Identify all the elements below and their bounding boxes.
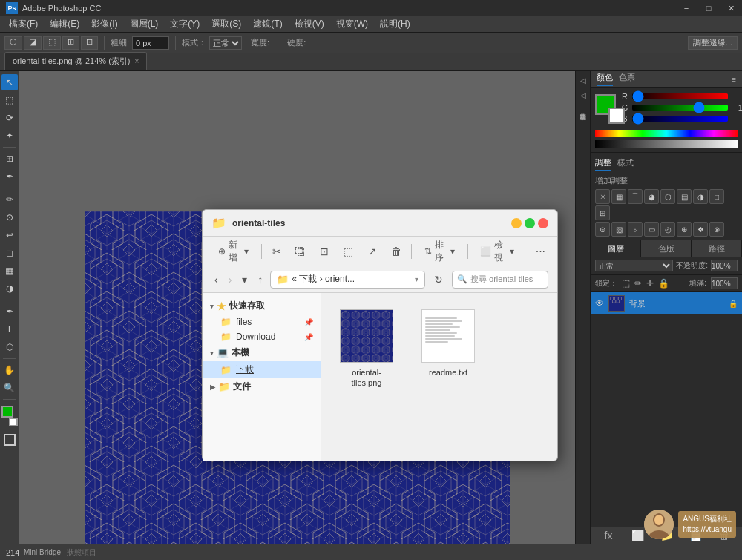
tool-history[interactable]: ↩	[1, 227, 18, 243]
back-btn[interactable]: ‹	[211, 272, 221, 287]
paste-btn[interactable]: ⊡	[315, 241, 333, 262]
menu-help[interactable]: 說明(H)	[374, 16, 416, 32]
tool-stamp[interactable]: ⊙	[1, 209, 18, 225]
bg-color-swatch[interactable]	[9, 418, 18, 426]
tool-hand[interactable]: ✋	[1, 362, 18, 378]
channels-tab[interactable]: 色版	[641, 240, 692, 257]
g-slider[interactable]	[632, 105, 728, 111]
view-btn[interactable]: ⬜ 檢視 ▾	[473, 241, 520, 262]
bw-bar[interactable]	[595, 140, 738, 148]
tool-magic-wand[interactable]: ✦	[1, 128, 18, 144]
toolbar-btn-5[interactable]: ⊡	[81, 36, 98, 50]
cb-icon[interactable]: ◑	[693, 189, 708, 204]
menu-file[interactable]: 檔案(F)	[3, 16, 44, 32]
file-item-readme[interactable]: readme.txt	[415, 305, 482, 393]
quick-access-header[interactable]: ▾ ★ 快速存取	[203, 297, 321, 314]
adj-icon7[interactable]: ❖	[693, 222, 708, 237]
menu-view[interactable]: 檢視(V)	[289, 16, 330, 32]
nav-files[interactable]: 📁 files 📌	[203, 314, 321, 329]
blend-mode-select[interactable]: 正常	[595, 260, 673, 271]
cut-btn[interactable]: ✂	[268, 241, 286, 262]
close-button[interactable]: ✕	[720, 0, 742, 16]
menu-text[interactable]: 文字(Y)	[164, 16, 206, 32]
bg-swatch[interactable]	[608, 108, 625, 124]
tool-crop[interactable]: ⊞	[1, 151, 18, 167]
this-pc-header[interactable]: ▾ 💻 本機	[203, 344, 321, 361]
opacity-input[interactable]	[711, 260, 738, 271]
new-btn[interactable]: ⊕ 新增 ▾	[211, 241, 255, 262]
panel-menu-icon[interactable]: ≡	[732, 75, 736, 84]
brightness-icon[interactable]: ☀	[595, 189, 610, 204]
menu-image[interactable]: 影像(I)	[85, 16, 123, 32]
rename-btn[interactable]: ⬚	[339, 241, 357, 262]
explorer-maximize-btn[interactable]: □	[525, 218, 535, 228]
style-tab[interactable]: 樣式	[617, 157, 634, 171]
tool-move[interactable]: ↖	[1, 74, 18, 90]
toolbar-btn-2[interactable]: ◪	[24, 36, 42, 50]
adj-icon6[interactable]: ⊕	[677, 222, 692, 237]
curves-icon[interactable]: ⌒	[628, 189, 643, 204]
delete-btn[interactable]: 🗑	[387, 241, 405, 262]
toolbar-btn-4[interactable]: ⊞	[62, 36, 79, 50]
nav-download[interactable]: 📁 Download 📌	[203, 329, 321, 344]
adjust-tab[interactable]: 調整	[595, 157, 611, 171]
tool-pen[interactable]: ✒	[1, 303, 18, 320]
photo-icon[interactable]: □	[709, 189, 724, 204]
doc-tab-close[interactable]: ×	[135, 57, 139, 65]
toolbar-adjust-btn[interactable]: 調整邊緣...	[688, 36, 738, 50]
toolbar-mode-select[interactable]: 正常	[209, 36, 242, 50]
invert-icon[interactable]: ⊝	[595, 222, 610, 237]
menu-edit[interactable]: 編輯(E)	[44, 16, 85, 32]
color-switcher[interactable]	[1, 406, 18, 426]
tool-shape[interactable]: ⬡	[1, 339, 18, 355]
maximize-button[interactable]: □	[697, 0, 720, 16]
menu-window[interactable]: 視窗(W)	[330, 16, 374, 32]
tool-marquee[interactable]: ⬚	[1, 92, 18, 108]
doc-tab-active[interactable]: oriental-tiles.png @ 214% (索引) ×	[4, 52, 147, 70]
r-slider[interactable]	[632, 93, 728, 99]
toolbar-btn-3[interactable]: ⬚	[43, 36, 61, 50]
tool-eyedropper[interactable]: ✒	[1, 168, 18, 185]
paths-tab[interactable]: 路徑	[692, 240, 742, 257]
posterize-icon[interactable]: ▧	[611, 222, 626, 237]
forward-btn[interactable]: ›	[226, 272, 235, 287]
fill-input[interactable]	[711, 277, 738, 289]
toolbar-btn-1[interactable]: ⬡	[4, 36, 22, 50]
tool-lasso[interactable]: ⟳	[1, 110, 18, 126]
swatch-tab[interactable]: 色票	[619, 72, 635, 86]
standard-mode[interactable]	[4, 434, 16, 446]
menu-select[interactable]: 選取(S)	[206, 16, 247, 32]
lock-pixels[interactable]: ✏	[634, 278, 642, 289]
fg-color-swatch[interactable]	[1, 406, 13, 418]
channel-mix-icon[interactable]: ⊞	[595, 205, 610, 220]
vibrance-icon[interactable]: ⬡	[660, 189, 675, 204]
lock-position[interactable]: ✛	[646, 278, 654, 289]
hsl-icon[interactable]: ▤	[677, 189, 692, 204]
documents-header[interactable]: ▶ 📁 文件	[203, 378, 321, 395]
exposure-icon[interactable]: ◕	[644, 189, 659, 204]
search-box[interactable]: 🔍 搜尋 oriental-tiles	[452, 271, 548, 289]
layer-item-bg[interactable]: 👁 背景 🔒	[591, 292, 742, 315]
refresh-btn[interactable]: ↻	[430, 271, 447, 289]
sort-btn[interactable]: ⇅ 排序 ▾	[418, 241, 462, 262]
nav-downloads[interactable]: 📁 下載	[203, 361, 321, 378]
explorer-close-btn[interactable]: ✕	[538, 218, 548, 228]
toolbar-thickness-input[interactable]	[132, 36, 169, 50]
up-btn[interactable]: ↑	[255, 272, 266, 287]
tool-text[interactable]: T	[1, 321, 18, 337]
b-slider[interactable]	[632, 116, 728, 122]
minimize-button[interactable]: −	[675, 0, 697, 16]
copy-btn[interactable]: ⿻	[292, 241, 309, 262]
explorer-minimize-btn[interactable]: −	[511, 218, 522, 228]
tool-brush[interactable]: ✏	[1, 191, 18, 208]
levels-icon[interactable]: ▦	[611, 189, 626, 204]
threshold-icon[interactable]: ⬨	[628, 222, 643, 237]
lock-all[interactable]: 🔒	[658, 278, 669, 289]
tool-dodge[interactable]: ◑	[1, 280, 18, 297]
color-tab[interactable]: 顏色	[597, 72, 613, 86]
spectrum-bar[interactable]	[595, 130, 738, 137]
recent-btn[interactable]: ▾	[239, 272, 250, 287]
menu-filter[interactable]: 濾鏡(T)	[247, 16, 288, 32]
address-box[interactable]: 📁 « 下載 › orient... ▾	[270, 271, 425, 289]
more-options-btn[interactable]: ···	[533, 245, 548, 258]
